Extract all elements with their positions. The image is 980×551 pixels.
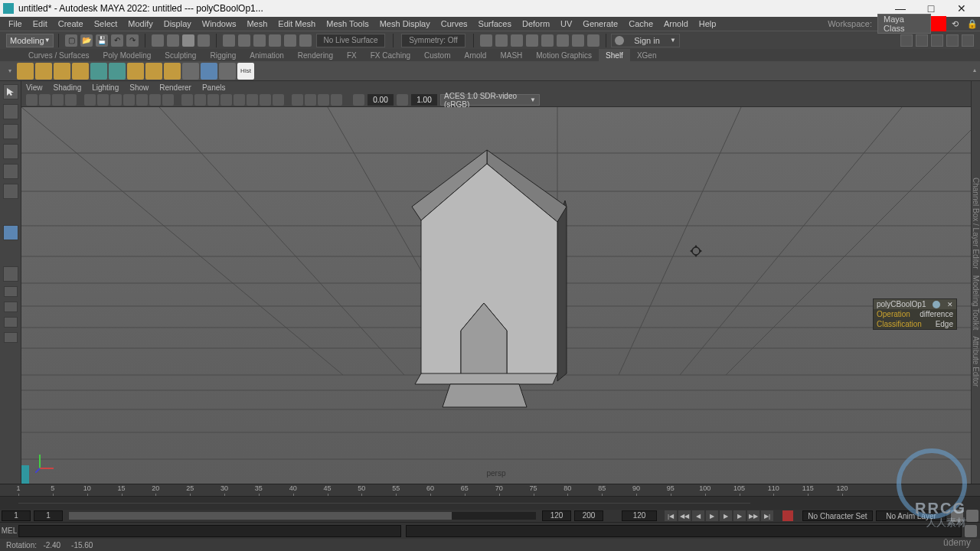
playback-pref-icon[interactable] <box>966 510 978 522</box>
two-side-icon[interactable] <box>65 94 77 106</box>
snap-plane-icon[interactable] <box>269 34 281 47</box>
shelf-tab-xgen[interactable]: XGen <box>630 49 664 61</box>
outliner-layout[interactable] <box>4 332 18 343</box>
start-frame-input[interactable]: 1 <box>2 510 31 521</box>
workspace-reset-icon[interactable]: ⟲ <box>946 19 957 29</box>
snap-grid-icon[interactable] <box>223 34 235 47</box>
two-side-layout[interactable] <box>4 317 18 328</box>
rotate-tool[interactable] <box>3 164 18 179</box>
cmd-input[interactable] <box>18 525 401 537</box>
menu-meshdisplay[interactable]: Mesh Display <box>374 19 436 28</box>
safe-title-icon[interactable] <box>162 94 174 106</box>
exposure-value[interactable]: 0.00 <box>368 94 394 106</box>
poly-bool-icon[interactable] <box>164 63 181 80</box>
go-to-end-button[interactable]: ▶| <box>761 510 773 521</box>
shelf-tab-fx[interactable]: FX <box>340 49 364 61</box>
wireframe-icon[interactable] <box>181 94 193 106</box>
select-mask-icon[interactable] <box>198 34 210 47</box>
select-tool[interactable] <box>3 84 18 99</box>
menu-surfaces[interactable]: Surfaces <box>473 19 517 28</box>
shelf-tab-arnold[interactable]: Arnold <box>457 49 493 61</box>
current-frame-input[interactable]: 120 <box>622 510 657 521</box>
attr-classification-value[interactable]: Edge <box>936 320 953 328</box>
snap-curve-icon[interactable] <box>238 34 250 47</box>
toggle-hud[interactable] <box>916 34 928 47</box>
camera-select-icon[interactable] <box>26 94 38 106</box>
menu-set-picker[interactable]: Modeling ▼ <box>6 34 54 47</box>
smooth-shade-icon[interactable] <box>194 94 206 106</box>
in-view-close-icon[interactable]: ✕ <box>947 301 953 308</box>
menu-generate[interactable]: Generate <box>577 19 623 28</box>
shelf-tab-mash[interactable]: MASH <box>493 49 529 61</box>
sidebar-toggle-2[interactable] <box>495 34 508 47</box>
poly-cube-icon[interactable] <box>17 63 34 80</box>
menu-mesh[interactable]: Mesh <box>241 19 273 28</box>
gate-mask-icon[interactable] <box>123 94 135 106</box>
end-frame-input[interactable]: 200 <box>574 510 603 521</box>
poly-sphere-icon[interactable] <box>35 63 52 80</box>
menu-edit[interactable]: Edit <box>28 19 53 28</box>
menu-file[interactable]: File <box>3 19 28 28</box>
menu-deform[interactable]: Deform <box>517 19 555 28</box>
playback-options-icon[interactable] <box>951 510 963 522</box>
layout-icon[interactable] <box>219 63 236 80</box>
panel-show[interactable]: Show <box>129 83 149 92</box>
snap-live-icon[interactable] <box>284 34 296 47</box>
step-back-key-button[interactable]: ◀◀ <box>678 510 691 521</box>
script-editor-icon[interactable] <box>965 525 977 537</box>
in-view-editor[interactable]: polyCBoolOp1 ✕ Operation difference Clas… <box>873 298 957 330</box>
xray-joints-icon[interactable] <box>273 94 284 106</box>
isolate-select-icon[interactable] <box>247 94 258 106</box>
menu-help[interactable]: Help <box>694 19 722 28</box>
snap-toggle-icon[interactable] <box>299 34 312 47</box>
outliner-icon[interactable] <box>182 63 199 80</box>
field-chart-icon[interactable] <box>136 94 148 106</box>
menu-uv[interactable]: UV <box>555 19 577 28</box>
gamma-icon[interactable] <box>397 94 408 106</box>
four-view-layout[interactable] <box>4 286 18 297</box>
attr-operation-value[interactable]: difference <box>920 310 953 318</box>
channel-box-collapsed[interactable]: Channel Box / Layer Editor Modeling Tool… <box>971 81 980 484</box>
paint-select-tool[interactable] <box>3 124 18 139</box>
shelf-tab-anim[interactable]: Animation <box>243 49 290 61</box>
shelf-tab-shelf[interactable]: Shelf <box>599 49 630 61</box>
shadows-icon[interactable] <box>234 94 245 106</box>
poly-combine-icon[interactable] <box>90 63 107 80</box>
color-management-dropdown[interactable]: ACES 1.0 SDR-video (sRGB) ▼ <box>440 94 540 106</box>
time-ruler[interactable]: 1510152025303540455055606570758085909510… <box>0 484 980 496</box>
menu-create[interactable]: Create <box>53 19 89 28</box>
in-frame-input[interactable]: 1 <box>34 510 63 521</box>
poly-separate-icon[interactable] <box>109 63 126 80</box>
ao-icon[interactable] <box>318 94 329 106</box>
menu-arnold[interactable]: Arnold <box>658 19 694 28</box>
sidebar-toggle-8[interactable] <box>587 34 599 47</box>
play-backwards-button[interactable]: ▶ <box>706 510 718 521</box>
snap-point-icon[interactable] <box>253 34 266 47</box>
two-stacked-layout[interactable] <box>4 302 18 312</box>
image-plane-icon[interactable] <box>52 94 64 106</box>
open-scene-icon[interactable]: 📂 <box>80 34 93 47</box>
perspective-viewport[interactable]: polyCBoolOp1 ✕ Operation difference Clas… <box>21 107 971 484</box>
redo-icon[interactable]: ↷ <box>126 34 139 47</box>
shelf-tab-sculpt[interactable]: Sculpting <box>158 49 203 61</box>
sidebar-toggle-6[interactable] <box>557 34 569 47</box>
shelf-tab-fxcache[interactable]: FX Caching <box>364 49 417 61</box>
poly-plane-icon[interactable] <box>72 63 89 80</box>
save-scene-icon[interactable]: 💾 <box>96 34 108 47</box>
character-set-dropdown[interactable]: No Character Set <box>802 510 873 521</box>
safe-action-icon[interactable] <box>149 94 161 106</box>
panel-shading[interactable]: Shading <box>54 83 82 92</box>
single-view-layout[interactable] <box>3 266 18 282</box>
signin-button[interactable]: Sign in ▼ <box>611 34 680 47</box>
toggle-xgen[interactable] <box>931 34 943 47</box>
use-all-lights-icon[interactable] <box>220 94 232 106</box>
menu-meshtools[interactable]: Mesh Tools <box>321 19 374 28</box>
time-slider[interactable] <box>0 496 980 510</box>
range-slider[interactable] <box>69 512 536 520</box>
grid-toggle-icon[interactable] <box>84 94 96 106</box>
panel-panels[interactable]: Panels <box>202 83 226 92</box>
play-forwards-button[interactable]: ▶ <box>720 510 732 521</box>
menu-cache[interactable]: Cache <box>623 19 658 28</box>
history-toggle-icon[interactable]: Hist <box>237 63 254 80</box>
menu-editmesh[interactable]: Edit Mesh <box>273 19 321 28</box>
